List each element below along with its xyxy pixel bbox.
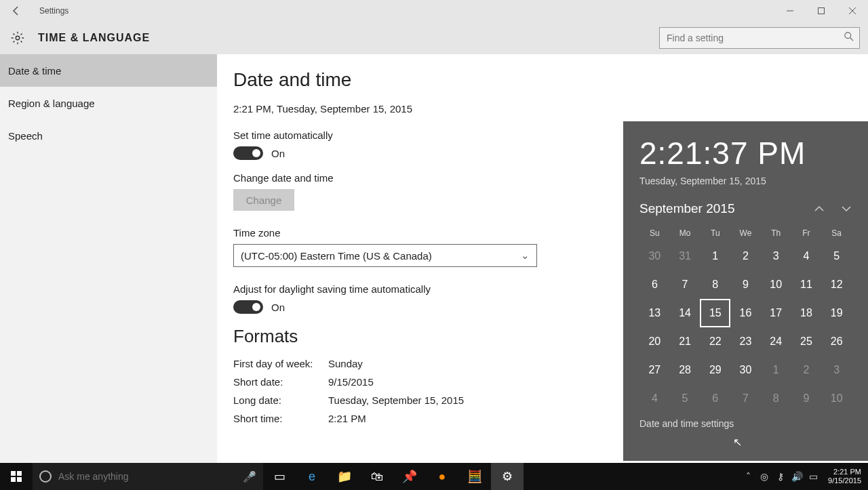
microphone-icon[interactable]: 🎤	[243, 470, 256, 483]
action-center-icon[interactable]: ▭	[805, 471, 821, 482]
calendar-day[interactable]: 11	[791, 270, 822, 299]
timezone-value: (UTC-05:00) Eastern Time (US & Canada)	[241, 250, 432, 262]
calendar-day[interactable]: 30	[639, 242, 670, 270]
calendar-day[interactable]: 10	[821, 384, 852, 413]
first-day-label: First day of week:	[233, 358, 328, 369]
tray-overflow-button[interactable]: ˄	[740, 471, 756, 482]
flyout-month[interactable]: September 2015	[639, 201, 735, 216]
calendar-day[interactable]: 14	[670, 299, 701, 327]
dst-toggle[interactable]	[233, 300, 263, 314]
window-title: Settings	[27, 6, 68, 16]
calendar-day[interactable]: 21	[670, 327, 701, 356]
calendar-day[interactable]: 2	[791, 356, 822, 384]
minimize-button[interactable]	[774, 0, 806, 22]
task-view-button[interactable]: ▭	[263, 463, 296, 490]
tray-date: 9/15/2015	[828, 476, 861, 485]
calendar-day[interactable]: 24	[761, 327, 791, 356]
calendar-day[interactable]: 23	[730, 327, 761, 356]
month-prev-button[interactable]	[814, 203, 825, 215]
calendar-day[interactable]: 31	[670, 242, 701, 270]
cortana-input[interactable]	[58, 471, 236, 482]
chevron-down-icon: ⌄	[521, 249, 530, 262]
wifi-icon[interactable]: ⚷	[772, 471, 789, 482]
tray-clock[interactable]: 2:21 PM 9/15/2015	[821, 468, 868, 485]
calendar-day[interactable]: 1	[700, 242, 730, 270]
calendar-day[interactable]: 7	[670, 270, 701, 299]
calendar-day[interactable]: 8	[761, 384, 791, 413]
calendar-day[interactable]: 26	[821, 327, 852, 356]
calendar-day[interactable]: 6	[639, 270, 670, 299]
maximize-button[interactable]	[806, 0, 837, 22]
cortana-search[interactable]: 🎤	[33, 463, 263, 490]
file-explorer-app[interactable]: 📁	[328, 463, 361, 490]
calendar-day[interactable]: 5	[821, 242, 852, 270]
calendar-day[interactable]: 6	[700, 384, 730, 413]
month-next-button[interactable]	[841, 203, 852, 215]
calendar-day[interactable]: 4	[639, 384, 670, 413]
short-time-value: 2:21 PM	[328, 413, 366, 424]
calendar-day[interactable]: 2	[730, 242, 761, 270]
set-time-auto-toggle[interactable]	[233, 146, 263, 160]
start-button[interactable]	[0, 463, 33, 490]
calculator-app[interactable]: 🧮	[458, 463, 491, 490]
sidebar-item-date-time[interactable]: Date & time	[0, 54, 217, 87]
svg-rect-5	[11, 471, 16, 476]
edge-app[interactable]: e	[296, 463, 328, 490]
date-time-settings-link[interactable]: Date and time settings	[639, 418, 852, 429]
settings-app[interactable]: ⚙	[491, 463, 524, 490]
calendar-day[interactable]: 16	[730, 299, 761, 327]
volume-icon[interactable]: 🔊	[789, 471, 805, 482]
pinned-app-1[interactable]: 📌	[393, 463, 426, 490]
search-icon[interactable]	[839, 32, 859, 44]
back-button[interactable]	[5, 0, 27, 22]
sidebar-item-region-language[interactable]: Region & language	[0, 87, 217, 119]
flyout-date: Tuesday, September 15, 2015	[639, 176, 852, 186]
calendar-day[interactable]: 9	[730, 270, 761, 299]
page-title: Date and time	[233, 69, 868, 91]
store-app[interactable]: 🛍	[361, 463, 393, 490]
calendar-day[interactable]: 13	[639, 299, 670, 327]
svg-line-4	[850, 38, 853, 41]
location-icon[interactable]: ◎	[756, 471, 772, 482]
long-date-label: Long date:	[233, 394, 328, 406]
calendar-day[interactable]: 22	[700, 327, 730, 356]
cursor-icon: ↖	[733, 436, 742, 449]
calendar-day[interactable]: 3	[821, 356, 852, 384]
close-button[interactable]	[837, 0, 868, 22]
search-input[interactable]	[660, 33, 839, 43]
header: TIME & LANGUAGE	[0, 22, 868, 54]
calendar-dow: Su	[639, 224, 670, 242]
calendar-day[interactable]: 19	[821, 299, 852, 327]
search-box[interactable]	[659, 27, 860, 49]
calendar-day[interactable]: 28	[670, 356, 701, 384]
taskbar: 🎤 ▭ e 📁 🛍 📌 ● 🧮 ⚙ ˄ ◎ ⚷ 🔊 ▭ 2:21 PM 9/15…	[0, 463, 868, 490]
calendar-day[interactable]: 20	[639, 327, 670, 356]
first-day-value: Sunday	[328, 358, 363, 369]
calendar-dow: Th	[761, 224, 791, 242]
firefox-app[interactable]: ●	[426, 463, 458, 490]
calendar-day[interactable]: 25	[791, 327, 822, 356]
svg-rect-8	[17, 477, 22, 482]
calendar-day[interactable]: 30	[730, 356, 761, 384]
calendar-day[interactable]: 4	[791, 242, 822, 270]
calendar-day[interactable]: 7	[730, 384, 761, 413]
short-time-label: Short time:	[233, 413, 328, 424]
calendar-day[interactable]: 15	[700, 299, 730, 327]
calendar-day[interactable]: 18	[791, 299, 822, 327]
calendar-day[interactable]: 12	[821, 270, 852, 299]
calendar-dow: Mo	[670, 224, 701, 242]
calendar-day[interactable]: 3	[761, 242, 791, 270]
taskbar-apps: ▭ e 📁 🛍 📌 ● 🧮 ⚙	[263, 463, 524, 490]
calendar-day[interactable]: 27	[639, 356, 670, 384]
calendar-day[interactable]: 8	[700, 270, 730, 299]
calendar-day[interactable]: 9	[791, 384, 822, 413]
calendar-day[interactable]: 10	[761, 270, 791, 299]
calendar-day[interactable]: 5	[670, 384, 701, 413]
clock-flyout: 2:21:37 PM Tuesday, September 15, 2015 S…	[623, 121, 868, 461]
timezone-select[interactable]: (UTC-05:00) Eastern Time (US & Canada) ⌄	[233, 244, 537, 267]
cortana-icon	[39, 470, 52, 483]
sidebar-item-speech[interactable]: Speech	[0, 119, 217, 152]
calendar-day[interactable]: 29	[700, 356, 730, 384]
calendar-day[interactable]: 17	[761, 299, 791, 327]
calendar-day[interactable]: 1	[761, 356, 791, 384]
